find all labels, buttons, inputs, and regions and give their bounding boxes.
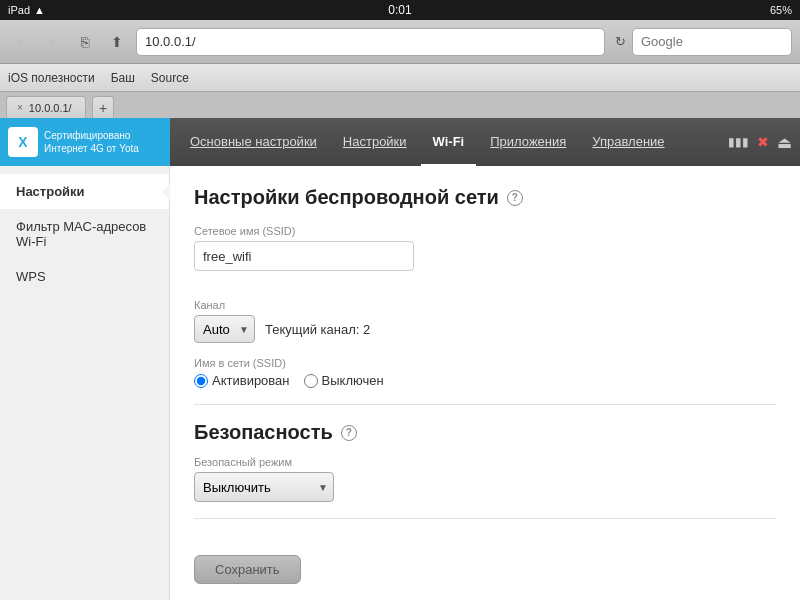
wifi-icon: ▲ bbox=[34, 4, 45, 16]
tab-management[interactable]: Управление bbox=[580, 118, 676, 166]
wifi-settings-title-text: Настройки беспроводной сети bbox=[194, 186, 499, 209]
ssid-broadcast-group: Имя в сети (SSID) Активирован Выключен bbox=[194, 357, 776, 388]
radio-disabled-label: Выключен bbox=[322, 373, 384, 388]
yota-line1: Сертифицировано bbox=[44, 129, 139, 142]
nav-icons: ▮▮▮ ✖ ⏏ bbox=[728, 133, 800, 152]
yota-text: Сертифицировано Интернет 4G от Yota bbox=[44, 129, 139, 155]
wifi-settings-title: Настройки беспроводной сети ? bbox=[194, 186, 776, 209]
reload-button[interactable]: ↻ bbox=[615, 34, 626, 49]
security-help-icon[interactable]: ? bbox=[341, 425, 357, 441]
tab-label: 10.0.0.1/ bbox=[29, 102, 72, 114]
main-panel: Настройки беспроводной сети ? Сетевое им… bbox=[170, 166, 800, 600]
tab-basic-settings[interactable]: Основные настройки bbox=[178, 118, 329, 166]
bookmark-source[interactable]: Source bbox=[151, 71, 189, 85]
address-text: 10.0.0.1/ bbox=[145, 34, 196, 49]
sidebar-item-mac-filter[interactable]: Фильтр МАС-адресов Wi-Fi bbox=[0, 209, 169, 259]
channel-label: Канал bbox=[194, 299, 776, 311]
router-header: X Сертифицировано Интернет 4G от Yota Ос… bbox=[0, 118, 800, 166]
forward-button[interactable]: › bbox=[40, 29, 66, 55]
tab-wifi[interactable]: Wi-Fi bbox=[421, 118, 477, 166]
bookmark-bash[interactable]: Баш bbox=[111, 71, 135, 85]
ssid-broadcast-radio-group: Активирован Выключен bbox=[194, 373, 776, 388]
bookmarks-button[interactable]: ⎘ bbox=[72, 29, 98, 55]
radio-enabled-label: Активирован bbox=[212, 373, 290, 388]
radio-disabled[interactable]: Выключен bbox=[304, 373, 384, 388]
channel-select[interactable]: Auto 123 456 789 1011 bbox=[194, 315, 255, 343]
channel-row: Auto 123 456 789 1011 ▼ Текущий канал: 2 bbox=[194, 315, 776, 343]
browser-tab[interactable]: × 10.0.0.1/ bbox=[6, 96, 86, 118]
ssid-input[interactable] bbox=[194, 241, 414, 271]
radio-enabled[interactable]: Активирован bbox=[194, 373, 290, 388]
new-tab-button[interactable]: + bbox=[92, 96, 114, 118]
save-button[interactable]: Сохранить bbox=[194, 555, 301, 584]
section-divider bbox=[194, 404, 776, 405]
address-bar-container: 10.0.0.1/ bbox=[136, 28, 605, 56]
ssid-label: Сетевое имя (SSID) bbox=[194, 225, 776, 237]
wifi-help-icon[interactable]: ? bbox=[507, 190, 523, 206]
bottom-divider bbox=[194, 518, 776, 519]
search-input[interactable] bbox=[632, 28, 792, 56]
status-left: iPad ▲ bbox=[8, 4, 45, 16]
router-signal-icon: ✖ bbox=[757, 134, 769, 150]
battery-label: 65% bbox=[770, 4, 792, 16]
current-channel-info: Текущий канал: 2 bbox=[265, 322, 370, 337]
sidebar: Настройки Фильтр МАС-адресов Wi-Fi WPS bbox=[0, 166, 170, 600]
radio-disabled-input[interactable] bbox=[304, 374, 318, 388]
radio-enabled-input[interactable] bbox=[194, 374, 208, 388]
security-title: Безопасность ? bbox=[194, 421, 776, 444]
bookmarks-bar: iOS полезности Баш Source bbox=[0, 64, 800, 92]
ssid-broadcast-label: Имя в сети (SSID) bbox=[194, 357, 776, 369]
carrier-label: iPad bbox=[8, 4, 30, 16]
bookmark-ios[interactable]: iOS полезности bbox=[8, 71, 95, 85]
page-body: Настройки Фильтр МАС-адресов Wi-Fi WPS Н… bbox=[0, 166, 800, 600]
safe-mode-field-group: Безопасный режим Выключить WEP WPA-PSK W… bbox=[194, 456, 776, 502]
tab-settings[interactable]: Настройки bbox=[331, 118, 419, 166]
time-label: 0:01 bbox=[388, 3, 411, 17]
channel-field-group: Канал Auto 123 456 789 1011 ▼ Текущий bbox=[194, 299, 776, 343]
browser-toolbar: ‹ › ⎘ ⬆ 10.0.0.1/ ↻ bbox=[0, 20, 800, 64]
back-button[interactable]: ‹ bbox=[8, 29, 34, 55]
sidebar-item-settings[interactable]: Настройки bbox=[0, 174, 169, 209]
security-mode-select[interactable]: Выключить WEP WPA-PSK WPA2-PSK bbox=[194, 472, 334, 502]
main-content: X Сертифицировано Интернет 4G от Yota Ос… bbox=[0, 118, 800, 600]
security-select-wrap: Выключить WEP WPA-PSK WPA2-PSK ▼ bbox=[194, 472, 334, 502]
logout-icon[interactable]: ⏏ bbox=[777, 133, 792, 152]
tab-bar: × 10.0.0.1/ + bbox=[0, 92, 800, 118]
router-battery-icon: ▮▮▮ bbox=[728, 135, 749, 149]
yota-logo: X bbox=[8, 127, 38, 157]
tab-apps[interactable]: Приложения bbox=[478, 118, 578, 166]
yota-line2: Интернет 4G от Yota bbox=[44, 142, 139, 155]
status-bar: iPad ▲ 0:01 65% bbox=[0, 0, 800, 20]
sidebar-item-wps[interactable]: WPS bbox=[0, 259, 169, 294]
safe-mode-label: Безопасный режим bbox=[194, 456, 776, 468]
yota-brand: X Сертифицировано Интернет 4G от Yota bbox=[0, 118, 170, 166]
ssid-field-group: Сетевое имя (SSID) bbox=[194, 225, 776, 285]
share-button[interactable]: ⬆ bbox=[104, 29, 130, 55]
current-channel-label: Текущий канал: bbox=[265, 322, 359, 337]
security-title-text: Безопасность bbox=[194, 421, 333, 444]
router-nav-tabs: Основные настройки Настройки Wi-Fi Прило… bbox=[170, 118, 728, 166]
channel-select-wrap: Auto 123 456 789 1011 ▼ bbox=[194, 315, 255, 343]
current-channel-value: 2 bbox=[363, 322, 370, 337]
tab-close[interactable]: × bbox=[17, 102, 23, 113]
status-right: 65% bbox=[770, 4, 792, 16]
